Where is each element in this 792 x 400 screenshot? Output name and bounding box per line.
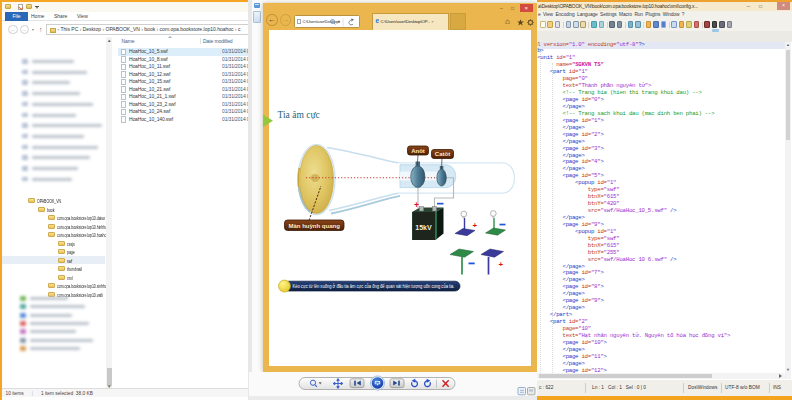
svg-text:+: + — [414, 200, 419, 210]
svg-text:+: + — [499, 260, 504, 269]
svg-text:Anôt: Anôt — [411, 148, 425, 154]
svg-text:Kéo cực từ lên xuống ở đầu tia: Kéo cực từ lên xuống ở đầu tia âm cực củ… — [293, 283, 455, 289]
svg-text:+: + — [473, 221, 478, 230]
svg-text:Tia âm cực: Tia âm cực — [278, 110, 320, 120]
svg-text:Màn huỳnh quang: Màn huỳnh quang — [289, 223, 341, 229]
svg-text:Catôt: Catôt — [435, 151, 450, 157]
svg-text:15kV: 15kV — [415, 224, 432, 231]
